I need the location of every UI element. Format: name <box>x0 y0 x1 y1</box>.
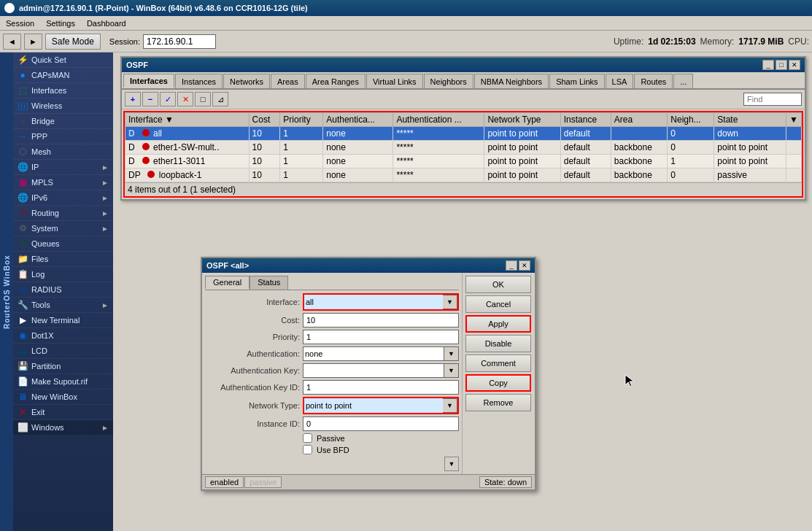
use-bfd-label[interactable]: Use BFD <box>317 446 349 454</box>
tab-sham-links[interactable]: Sham Links <box>549 74 604 88</box>
table-row[interactable]: D ether1-SW-mult.. 10 1 none ***** point… <box>125 141 802 155</box>
tab-lsa[interactable]: LSA <box>606 74 634 88</box>
passive-label[interactable]: Passive <box>317 434 345 443</box>
sidebar-item-capsman[interactable]: ● CAPsMAN <box>13 68 113 83</box>
sidebar-item-quick-set[interactable]: ⚡ Quick Set <box>13 53 113 68</box>
col-auth-key[interactable]: Authentication ... <box>393 113 484 127</box>
session-input[interactable] <box>143 34 216 49</box>
interface-input[interactable] <box>304 295 443 309</box>
col-instance[interactable]: Instance <box>560 113 611 127</box>
sidebar-item-system[interactable]: ⚙ System ► <box>13 221 113 236</box>
sidebar-item-mesh[interactable]: ⬡ Mesh <box>13 144 113 160</box>
find-input[interactable] <box>743 93 802 106</box>
cost-input[interactable] <box>303 313 459 327</box>
tab-instances[interactable]: Instances <box>175 74 223 88</box>
tab-nbma-neighbors[interactable]: NBMA Neighbors <box>474 74 549 88</box>
sidebar-item-make-supout[interactable]: 📄 Make Supout.rif <box>13 374 113 389</box>
sidebar-item-exit[interactable]: ✕ Exit <box>13 405 113 420</box>
sidebar-item-files[interactable]: 📁 Files <box>13 252 113 267</box>
filter-button[interactable]: ⊿ <box>212 92 228 106</box>
dialog-tab-general[interactable]: General <box>205 276 250 290</box>
remove-button[interactable]: − <box>142 92 158 106</box>
network-type-dropdown-btn[interactable]: ▼ <box>443 398 457 413</box>
col-interface[interactable]: Interface ▼ <box>125 113 250 127</box>
authentication-input[interactable] <box>303 346 444 361</box>
auth-key-id-input[interactable] <box>303 380 459 395</box>
dialog-content: General Status Interface: ▼ Cost: <box>202 273 535 474</box>
tab-interfaces[interactable]: Interfaces <box>123 74 174 88</box>
sidebar-item-wireless[interactable]: )))) Wireless <box>13 98 113 114</box>
table-row[interactable]: DP loopback-1 10 1 none ***** point to p… <box>125 168 802 182</box>
cell-priority: 1 <box>280 155 323 168</box>
menu-settings[interactable]: Settings <box>40 18 81 29</box>
disable-button[interactable]: Disable <box>465 335 531 352</box>
back-button[interactable]: ◄ <box>3 34 21 50</box>
table-row[interactable]: D all 10 1 none ***** point to point def… <box>125 127 802 141</box>
sidebar-item-partition[interactable]: 💾 Partition <box>13 359 113 374</box>
table-row[interactable]: D ether11-3011 10 1 none ***** point to … <box>125 155 802 168</box>
ok-button[interactable]: OK <box>465 276 531 293</box>
sidebar-item-new-winbox[interactable]: 🖥 New WinBox <box>13 389 113 405</box>
forward-button[interactable]: ► <box>24 34 42 50</box>
interface-dropdown-btn[interactable]: ▼ <box>443 295 457 309</box>
ospf-minimize-button[interactable]: _ <box>762 60 774 70</box>
sidebar-item-routing[interactable]: ↗ Routing ► <box>13 206 113 221</box>
auth-dropdown-btn[interactable]: ▼ <box>444 346 459 361</box>
col-auth[interactable]: Authentica... <box>323 113 393 127</box>
col-filter-dropdown[interactable]: ▼ <box>786 113 802 127</box>
tab-more[interactable]: ... <box>673 74 693 88</box>
tab-area-ranges[interactable]: Area Ranges <box>306 74 366 88</box>
sidebar-item-ipv6[interactable]: 🌐 IPv6 ► <box>13 190 113 206</box>
menu-dashboard[interactable]: Dashboard <box>81 18 132 29</box>
sidebar-item-lcd[interactable]: ▬ LCD <box>13 344 113 359</box>
add-button[interactable]: + <box>125 92 141 106</box>
sidebar-item-ip[interactable]: 🌐 IP ► <box>13 160 113 175</box>
sidebar-item-log[interactable]: 📋 Log <box>13 267 113 282</box>
mpls-icon: ▦ <box>18 177 28 187</box>
col-priority[interactable]: Priority <box>280 113 323 127</box>
col-area[interactable]: Area <box>611 113 668 127</box>
enable-button[interactable]: ✓ <box>160 92 176 106</box>
disable-button[interactable]: ✕ <box>177 92 193 106</box>
sidebar-item-radius[interactable]: ◎ RADIUS <box>13 282 113 298</box>
col-cost[interactable]: Cost <box>249 113 280 127</box>
tab-networks[interactable]: Networks <box>223 74 270 88</box>
comment-button[interactable]: Comment <box>465 354 531 372</box>
ospf-close-button[interactable]: ✕ <box>789 60 800 70</box>
menu-session[interactable]: Session <box>0 18 40 29</box>
sidebar-item-queues[interactable]: ≡ Queues <box>13 236 113 252</box>
copy-button[interactable]: □ <box>195 92 211 106</box>
cancel-button[interactable]: Cancel <box>465 295 531 313</box>
scroll-down-btn[interactable]: ▼ <box>444 457 459 471</box>
copy-button[interactable]: Copy <box>465 374 531 392</box>
ospf-maximize-button[interactable]: □ <box>776 60 787 70</box>
col-network-type[interactable]: Network Type <box>484 113 560 127</box>
dialog-minimize-button[interactable]: _ <box>506 260 517 271</box>
tab-neighbors[interactable]: Neighbors <box>424 74 473 88</box>
sidebar-windows-section[interactable]: ⬜ Windows ► <box>13 420 113 435</box>
sidebar-item-interfaces[interactable]: ⬚ Interfaces <box>13 83 113 98</box>
sidebar-item-ppp[interactable]: ↔ PPP <box>13 129 113 144</box>
auth-key-dropdown-btn[interactable]: ▼ <box>444 363 459 378</box>
instance-id-input[interactable] <box>303 416 459 431</box>
sidebar-item-bridge[interactable]: ⬦ Bridge <box>13 114 113 129</box>
use-bfd-checkbox[interactable] <box>303 445 312 454</box>
remove-button[interactable]: Remove <box>465 394 531 411</box>
priority-input[interactable] <box>303 330 459 344</box>
apply-button[interactable]: Apply <box>465 315 531 333</box>
tab-areas[interactable]: Areas <box>271 74 305 88</box>
dialog-tab-status[interactable]: Status <box>250 276 288 290</box>
passive-checkbox[interactable] <box>303 433 312 443</box>
sidebar-item-dot1x[interactable]: ◉ Dot1X <box>13 328 113 344</box>
sidebar-item-tools[interactable]: 🔧 Tools ► <box>13 298 113 313</box>
sidebar-item-new-terminal[interactable]: ▶ New Terminal <box>13 313 113 328</box>
auth-key-input[interactable] <box>303 363 444 378</box>
sidebar-item-mpls[interactable]: ▦ MPLS ► <box>13 175 113 190</box>
tab-routes[interactable]: Routes <box>634 74 673 88</box>
tab-virtual-links[interactable]: Virtual Links <box>366 74 423 88</box>
col-state[interactable]: State <box>714 113 786 127</box>
col-neighbors[interactable]: Neigh... <box>668 113 714 127</box>
dialog-close-button[interactable]: ✕ <box>519 260 530 271</box>
safe-mode-button[interactable]: Safe Mode <box>45 34 101 50</box>
network-type-input[interactable] <box>304 398 443 413</box>
